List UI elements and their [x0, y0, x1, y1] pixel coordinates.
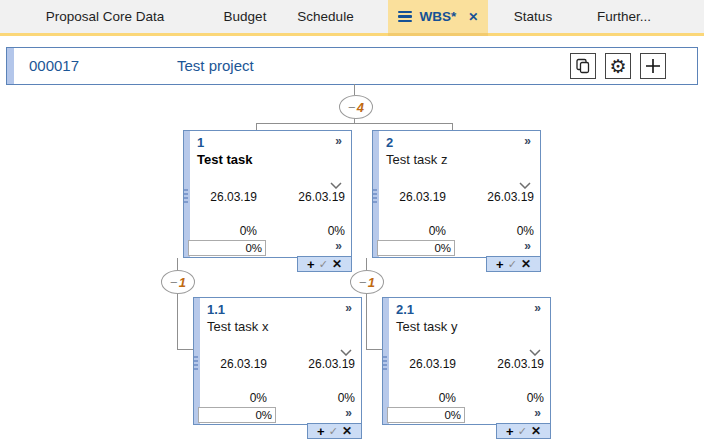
delete-icon[interactable]: ✕ [342, 425, 352, 437]
card-toolbar: + ✓ ✕ [307, 423, 362, 439]
more-actions-icon[interactable]: » [345, 406, 352, 420]
header-accent-stripe [7, 48, 14, 84]
collapse-minus: − [359, 275, 367, 290]
percent-a: 0% [439, 391, 456, 405]
card-title[interactable]: Test task [197, 152, 252, 167]
start-date[interactable]: 26.03.19 [210, 190, 257, 204]
percent-input[interactable]: 0% [188, 240, 266, 256]
more-actions-icon[interactable]: » [345, 301, 352, 315]
percent-input[interactable]: 0% [387, 407, 465, 423]
more-actions-icon[interactable]: » [524, 239, 531, 253]
project-header: 000017 Test project ⚙ [6, 47, 698, 85]
copy-button[interactable] [570, 53, 596, 79]
settings-button[interactable]: ⚙ [605, 53, 631, 79]
tab-proposal-core-data[interactable]: Proposal Core Data [20, 0, 190, 33]
tab-status[interactable]: Status [503, 0, 563, 33]
hamburger-icon [398, 9, 412, 25]
collapse-badge-root[interactable]: − 4 [339, 95, 373, 119]
collapse-badge-card2[interactable]: − 1 [350, 270, 384, 294]
gear-icon: ⚙ [609, 57, 626, 76]
card-toolbar: + ✓ ✕ [297, 256, 352, 272]
collapse-minus: − [170, 275, 178, 290]
finish-date[interactable]: 26.03.19 [298, 190, 345, 204]
tab-bar: Proposal Core Data Budget Schedule WBS* … [0, 0, 704, 33]
delete-icon[interactable]: ✕ [531, 425, 541, 437]
drag-handle-icon[interactable] [373, 189, 377, 205]
card-toolbar: + ✓ ✕ [496, 423, 551, 439]
wbs-card-1-1[interactable]: 1.1 » Test task x 26.03.19 26.03.19 0% 0… [193, 297, 362, 425]
percent-b: 0% [517, 224, 534, 238]
collapse-minus: − [348, 100, 356, 115]
finish-date[interactable]: 26.03.19 [308, 357, 355, 371]
tab-budget[interactable]: Budget [210, 0, 280, 33]
percent-a: 0% [240, 224, 257, 238]
tab-wbs[interactable]: WBS* ✕ [388, 0, 488, 33]
connector-to-card-2 [452, 123, 453, 130]
active-tab-underline [388, 33, 488, 36]
wbs-card-2-1[interactable]: 2.1 » Test task y 26.03.19 26.03.19 0% 0… [382, 297, 551, 425]
drag-handle-icon[interactable] [194, 356, 198, 372]
card-title[interactable]: Test task y [396, 319, 457, 334]
connector-card2-child-elbow [366, 349, 383, 350]
wbs-card-2[interactable]: 2 » Test task z 26.03.19 26.03.19 0% 0% … [372, 130, 541, 258]
card-id: 2.1 [396, 302, 414, 317]
project-code: 000017 [29, 57, 79, 74]
confirm-icon[interactable]: ✓ [329, 426, 338, 437]
tab-close-icon[interactable]: ✕ [468, 10, 478, 24]
percent-a: 0% [429, 224, 446, 238]
more-actions-icon[interactable]: » [335, 239, 342, 253]
child-count: 1 [179, 275, 186, 290]
confirm-icon[interactable]: ✓ [508, 259, 517, 270]
child-count: 1 [368, 275, 375, 290]
tab-underline [0, 33, 704, 36]
project-title: Test project [177, 57, 254, 74]
collapse-badge-card1[interactable]: − 1 [161, 270, 195, 294]
card-id: 1 [197, 135, 204, 150]
more-actions-icon[interactable]: » [524, 134, 531, 148]
more-actions-icon[interactable]: » [335, 134, 342, 148]
percent-input[interactable]: 0% [198, 407, 276, 423]
tab-schedule[interactable]: Schedule [288, 0, 363, 33]
delete-icon[interactable]: ✕ [521, 258, 531, 270]
connector-to-card-1 [256, 123, 257, 130]
confirm-icon[interactable]: ✓ [319, 259, 328, 270]
card-title[interactable]: Test task z [386, 152, 447, 167]
percent-b: 0% [338, 391, 355, 405]
more-actions-icon[interactable]: » [534, 406, 541, 420]
delete-icon[interactable]: ✕ [332, 258, 342, 270]
percent-a: 0% [250, 391, 267, 405]
card-title[interactable]: Test task x [207, 319, 268, 334]
add-child-icon[interactable]: + [307, 258, 315, 271]
start-date[interactable]: 26.03.19 [409, 357, 456, 371]
connector-branch-horizontal [256, 123, 453, 124]
drag-handle-icon[interactable] [383, 356, 387, 372]
start-date[interactable]: 26.03.19 [220, 357, 267, 371]
wbs-card-1[interactable]: 1 » Test task 26.03.19 26.03.19 0% 0% 0%… [183, 130, 352, 258]
copy-icon [574, 57, 592, 75]
add-child-icon[interactable]: + [496, 258, 504, 271]
wbs-editor: Proposal Core Data Budget Schedule WBS* … [0, 0, 704, 447]
tab-further[interactable]: Further... [588, 0, 660, 33]
finish-date[interactable]: 26.03.19 [497, 357, 544, 371]
tab-wbs-label: WBS* [420, 9, 457, 24]
drag-handle-icon[interactable] [184, 189, 188, 205]
start-date[interactable]: 26.03.19 [399, 190, 446, 204]
add-child-icon[interactable]: + [506, 425, 514, 438]
card-toolbar: + ✓ ✕ [486, 256, 541, 272]
connector-card1-child-elbow [177, 349, 194, 350]
add-child-icon[interactable]: + [317, 425, 325, 438]
child-count: 4 [357, 100, 364, 115]
connector-root-top [354, 84, 355, 95]
card-id: 2 [386, 135, 393, 150]
confirm-icon[interactable]: ✓ [518, 426, 527, 437]
percent-b: 0% [328, 224, 345, 238]
percent-input[interactable]: 0% [377, 240, 455, 256]
finish-date[interactable]: 26.03.19 [487, 190, 534, 204]
add-task-button[interactable] [640, 53, 666, 79]
more-actions-icon[interactable]: » [534, 301, 541, 315]
card-id: 1.1 [207, 302, 225, 317]
plus-icon [644, 57, 662, 75]
percent-b: 0% [527, 391, 544, 405]
